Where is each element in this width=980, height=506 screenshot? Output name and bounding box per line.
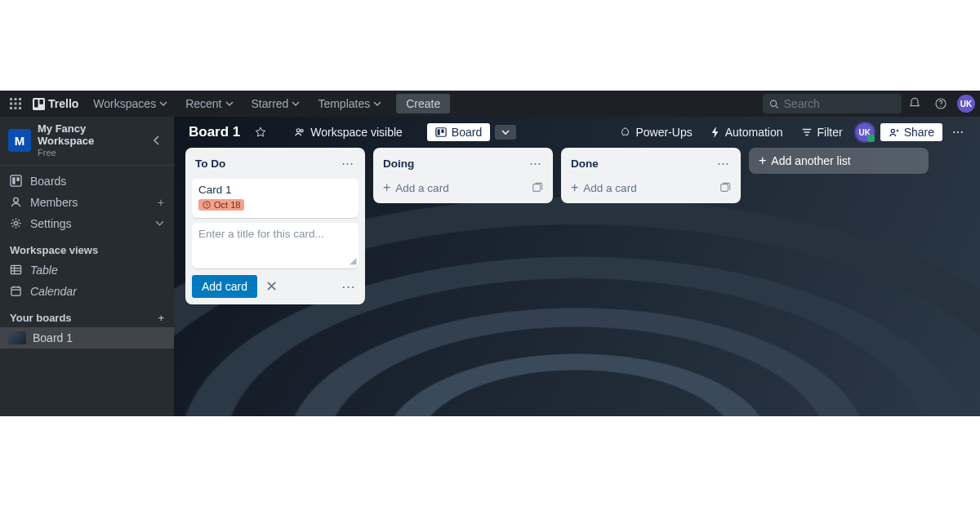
add-list-button[interactable]: + Add another list [749,148,929,174]
list-doing: Doing ⋯ + Add a card [373,148,553,203]
svg-rect-16 [11,175,21,186]
list-todo: To Do ⋯ Card 1 Oct 18 [185,148,365,304]
help-icon[interactable] [928,94,954,113]
workspace-views-heading: Workspace views [0,239,174,260]
filter-button[interactable]: Filter [795,122,849,142]
board-member-avatar[interactable]: UK [854,122,875,143]
board-header: Board 1 Workspace visible Board Power-Up… [174,117,980,148]
list-done: Done ⋯ + Add a card [561,148,741,203]
add-member-icon[interactable]: + [158,196,164,209]
add-card-link[interactable]: + Add a card [380,179,546,197]
card-composer-input[interactable] [192,223,359,265]
user-icon [10,196,22,208]
notifications-icon[interactable] [902,94,928,113]
create-button[interactable]: Create [396,94,450,113]
sidebar-item-boards[interactable]: Boards [0,171,174,192]
visibility-button[interactable]: Workspace visible [287,122,409,142]
card-title: Card 1 [198,184,352,196]
trello-logo[interactable]: Trello [26,97,85,110]
sidebar-board-item[interactable]: Board 1 [0,327,174,348]
board-icon [435,126,447,138]
svg-point-38 [891,129,894,132]
search-input[interactable] [784,97,895,110]
svg-point-30 [301,130,303,132]
svg-point-19 [14,198,19,202]
plus-icon: + [571,181,578,194]
user-avatar[interactable]: UK [957,95,975,113]
svg-rect-7 [15,107,17,109]
bolt-icon [710,126,720,138]
template-icon[interactable] [532,182,543,193]
add-board-icon[interactable]: + [158,312,164,324]
svg-rect-2 [19,98,21,100]
svg-rect-6 [10,107,12,109]
sidebar-view-table[interactable]: Table [0,260,174,281]
composer-options-icon[interactable]: ⋯ [338,278,359,295]
calendar-icon [10,285,22,297]
board-icon [10,175,22,187]
rocket-icon [620,127,630,138]
search-box[interactable] [763,94,902,113]
add-card-link[interactable]: + Add a card [568,179,734,197]
card[interactable]: Card 1 Oct 18 [192,179,359,218]
due-date-badge[interactable]: Oct 18 [198,199,244,211]
list-menu-icon[interactable]: ⋯ [340,154,355,172]
star-board-icon[interactable] [248,123,273,141]
svg-rect-8 [19,107,21,109]
list-menu-icon[interactable]: ⋯ [715,154,731,172]
plus-icon: + [759,154,766,167]
svg-rect-3 [10,103,12,105]
svg-point-15 [940,106,941,107]
sidebar-view-calendar[interactable]: Calendar [0,281,174,302]
svg-point-12 [770,100,776,106]
sidebar: M My Fancy Workspace Free Boards Members [0,117,174,416]
workspace-tier: Free [38,148,141,158]
sidebar-item-settings[interactable]: Settings [0,213,174,234]
board-thumb [8,331,26,344]
sidebar-collapse-icon[interactable] [148,131,166,149]
add-card-button[interactable]: Add card [192,275,257,298]
workspace-logo: M [8,129,31,152]
list-menu-icon[interactable]: ⋯ [528,154,543,172]
plus-icon: + [383,181,390,194]
view-switcher-board[interactable]: Board [427,123,490,141]
apps-launcher-icon[interactable] [5,98,26,109]
automation-button[interactable]: Automation [704,122,790,142]
table-icon [10,264,22,276]
svg-rect-0 [10,98,12,100]
your-boards-heading: Your boards + [0,307,174,327]
share-button[interactable]: Share [880,123,942,141]
sidebar-item-members[interactable]: Members + [0,192,174,213]
view-switcher-caret[interactable] [495,125,516,140]
svg-rect-4 [15,103,17,105]
svg-rect-18 [16,177,19,181]
gear-icon [10,217,22,229]
board-title[interactable]: Board 1 [185,124,243,140]
svg-rect-11 [39,100,43,104]
filter-icon [801,126,813,138]
svg-rect-34 [441,130,443,133]
svg-rect-21 [11,265,20,273]
board-menu-icon[interactable]: ⋯ [947,122,969,142]
chevron-down-icon[interactable] [155,219,164,228]
list-title[interactable]: To Do [195,158,340,170]
close-composer-icon[interactable]: ✕ [265,277,278,295]
list-title[interactable]: Doing [383,158,528,170]
search-icon [769,99,779,109]
list-title[interactable]: Done [571,158,715,170]
template-icon[interactable] [719,182,731,193]
nav-templates[interactable]: Templates [310,94,390,113]
nav-starred[interactable]: Starred [243,94,309,113]
logo-text: Trello [48,97,78,110]
card-composer: ◢ [192,223,359,269]
clock-icon [203,201,211,209]
powerups-button[interactable]: Power-Ups [613,122,698,142]
svg-point-29 [297,129,301,132]
svg-rect-10 [34,100,38,107]
user-plus-icon [889,127,899,138]
nav-recent[interactable]: Recent [177,94,241,113]
svg-rect-5 [19,103,21,105]
nav-workspaces[interactable]: Workspaces [85,94,176,113]
svg-rect-40 [533,184,541,192]
svg-point-20 [14,221,17,224]
